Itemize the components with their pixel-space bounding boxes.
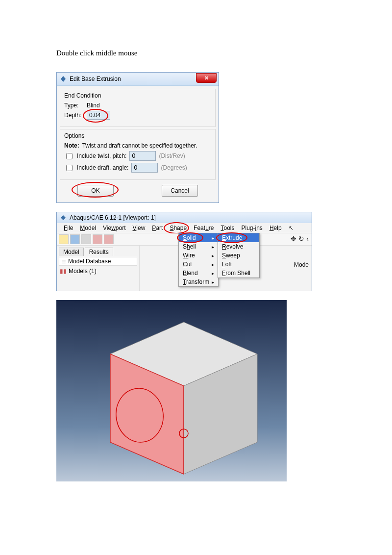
- depth-label: Depth:: [64, 112, 84, 119]
- shape-dropdown: Solid▸ Shell▸ Wire▸ Cut▸ Blend▸ Transfor…: [178, 233, 219, 287]
- note-text: Twist and draft cannot be specified toge…: [82, 142, 197, 149]
- solid-extrude[interactable]: Extrude: [218, 233, 259, 242]
- instruction-text: Double click middle mouse: [56, 49, 336, 57]
- shape-transform[interactable]: Transform▸: [179, 278, 218, 286]
- menubar: File Model Viewport View Part Shape Feat…: [57, 223, 312, 233]
- abaqus-title: Abaqus/CAE 6.12-1 [Viewport: 1]: [70, 214, 156, 221]
- app-icon: [60, 76, 67, 82]
- viewport-3d[interactable]: [56, 300, 287, 481]
- cube-render: [56, 300, 287, 481]
- model-database-label: Model Database: [68, 258, 111, 265]
- mode-label: Mode: [294, 261, 309, 268]
- print-icon[interactable]: [81, 234, 91, 244]
- annotation-circle-shape: [164, 222, 189, 234]
- tab-model[interactable]: Model: [59, 248, 84, 256]
- close-icon[interactable]: ✕: [196, 73, 217, 83]
- ok-button[interactable]: OK: [77, 185, 114, 197]
- more-icon[interactable]: ‹: [306, 235, 309, 243]
- end-condition-title: End Condition: [64, 92, 211, 99]
- db-icon: ≣: [61, 258, 66, 265]
- rotate-icon[interactable]: ↻: [298, 235, 304, 243]
- menu-tools[interactable]: Tools: [218, 224, 237, 232]
- dialog-titlebar: Edit Base Extrusion ✕: [57, 73, 219, 86]
- include-twist-label: Include twist, pitch:: [77, 152, 126, 159]
- solid-dropdown: Extrude Revolve Sweep Loft From Shell: [218, 233, 260, 278]
- shape-cut[interactable]: Cut▸: [179, 260, 218, 269]
- type-label: Type:: [64, 102, 84, 109]
- abaqus-window: Abaqus/CAE 6.12-1 [Viewport: 1] File Mod…: [56, 212, 312, 291]
- note-label: Note:: [64, 142, 79, 149]
- solid-loft[interactable]: Loft: [218, 260, 259, 269]
- view-controls: ✥ ↻ ‹: [291, 235, 309, 243]
- svg-marker-1: [61, 215, 66, 220]
- include-draft-label: Include draft, angle:: [77, 164, 128, 171]
- save-icon[interactable]: [70, 234, 80, 244]
- include-twist-checkbox[interactable]: [66, 153, 73, 159]
- tab-results[interactable]: Results: [85, 248, 113, 256]
- shape-wire[interactable]: Wire▸: [179, 251, 218, 260]
- end-condition-group: End Condition Type: Blind Depth:: [60, 89, 216, 127]
- dialog-title: Edit Base Extrusion: [70, 76, 121, 82]
- menu-view[interactable]: View: [130, 224, 148, 232]
- menu-shape[interactable]: Shape: [167, 224, 190, 232]
- shape-shell[interactable]: Shell▸: [179, 242, 218, 251]
- models-icon: ▮▮: [60, 268, 67, 275]
- options-group: Options Note: Twist and draft cannot be …: [60, 129, 216, 180]
- abaqus-titlebar: Abaqus/CAE 6.12-1 [Viewport: 1]: [57, 212, 312, 223]
- menu-plugins[interactable]: Plug-ins: [239, 224, 266, 232]
- model-database-select[interactable]: ≣ Model Database: [59, 257, 137, 266]
- include-draft-checkbox[interactable]: [66, 165, 73, 171]
- menu-help[interactable]: Help: [267, 224, 285, 232]
- svg-marker-0: [61, 76, 66, 82]
- tool-icon-2[interactable]: [104, 234, 114, 244]
- menu-viewport[interactable]: Viewport: [100, 224, 129, 232]
- menu-part[interactable]: Part: [149, 224, 166, 232]
- shape-solid[interactable]: Solid▸: [179, 233, 218, 242]
- solid-revolve[interactable]: Revolve: [218, 242, 259, 251]
- edit-base-extrusion-dialog: Edit Base Extrusion ✕ End Condition Type…: [56, 72, 219, 203]
- draft-value[interactable]: 0: [131, 163, 158, 173]
- draft-unit: (Degrees): [161, 164, 187, 171]
- shape-blend[interactable]: Blend▸: [179, 269, 218, 278]
- depth-field[interactable]: [87, 111, 110, 120]
- twist-value[interactable]: 0: [129, 151, 156, 161]
- type-value: Blind: [87, 102, 100, 109]
- options-title: Options: [64, 132, 211, 139]
- twist-unit: (Dist/Rev): [159, 152, 185, 159]
- pan-icon[interactable]: ✥: [291, 235, 296, 243]
- tree-models-label: Models (1): [69, 268, 97, 275]
- solid-fromshell[interactable]: From Shell: [218, 269, 259, 278]
- menu-feature[interactable]: Feature: [191, 224, 217, 232]
- menu-more-icon[interactable]: ↖: [286, 224, 296, 232]
- tree-models[interactable]: ▮▮ Models (1): [59, 266, 137, 277]
- menu-file[interactable]: File: [61, 224, 76, 232]
- tool-icon-1[interactable]: [93, 234, 102, 244]
- open-icon[interactable]: [59, 234, 69, 244]
- menu-model[interactable]: Model: [77, 224, 99, 232]
- cancel-button[interactable]: Cancel: [162, 185, 198, 197]
- app-icon: [60, 214, 67, 221]
- solid-sweep[interactable]: Sweep: [218, 251, 259, 260]
